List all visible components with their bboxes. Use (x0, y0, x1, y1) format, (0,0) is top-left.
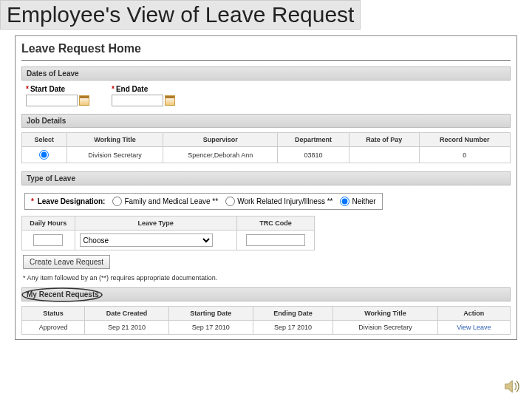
col-trc-code: TRC Code (236, 216, 315, 231)
end-date-input[interactable] (112, 95, 163, 106)
start-date-field: *Start Date (26, 85, 89, 106)
col-record-number: Record Number (419, 133, 510, 147)
calendar-icon[interactable] (165, 95, 175, 106)
col-department: Department (278, 133, 349, 147)
table-header-row: Select Working Title Supervisor Departme… (22, 133, 511, 147)
section-dates-of-leave: Dates of Leave (21, 66, 511, 81)
col-date-created: Date Created (85, 307, 168, 321)
end-date-label: *End Date (112, 85, 175, 93)
col-action: Action (437, 307, 510, 321)
required-star-icon: * (26, 85, 29, 93)
section-type-of-leave: Type of Leave (21, 171, 511, 185)
cell-record-number: 0 (419, 147, 510, 163)
leave-type-select[interactable]: Choose (80, 233, 213, 247)
col-daily-hours: Daily Hours (22, 216, 75, 231)
slide-title: Employee's View of Leave Request (0, 0, 361, 30)
app-panel: Leave Request Home Dates of Leave *Start… (15, 35, 517, 340)
col-starting-date: Starting Date (168, 307, 253, 321)
divider (21, 60, 511, 61)
cell-ending-date: Sep 17 2010 (253, 321, 332, 335)
table-header-row: Daily Hours Leave Type TRC Code (22, 216, 315, 231)
table-header-row: Status Date Created Starting Date Ending… (22, 307, 511, 321)
radio-fmla[interactable] (112, 197, 122, 206)
start-date-label: *Start Date (26, 85, 89, 93)
calendar-icon[interactable] (79, 95, 89, 106)
radio-work-injury[interactable] (225, 197, 235, 206)
cell-status: Approved (22, 321, 85, 335)
cell-working-title: Division Secretary (66, 147, 163, 163)
col-select: Select (22, 133, 67, 147)
required-star-icon: * (31, 197, 34, 205)
audio-speaker-icon[interactable] (504, 378, 523, 395)
leave-designation-label: * Leave Designation: (31, 197, 105, 205)
section-job-details: Job Details (21, 114, 511, 128)
col-supervisor: Supervisor (163, 133, 278, 147)
start-date-input[interactable] (26, 95, 78, 106)
radio-neither-label[interactable]: Neither (340, 197, 375, 206)
trc-code-input[interactable] (246, 234, 305, 246)
job-details-table: Select Working Title Supervisor Departme… (21, 132, 511, 163)
cell-date-created: Sep 21 2010 (85, 321, 168, 335)
job-select-radio[interactable] (39, 150, 49, 160)
col-working-title: Working Title (333, 307, 438, 321)
col-status: Status (22, 307, 85, 321)
section-my-recent-requests: My Recent Requests (21, 287, 511, 301)
radio-fmla-label[interactable]: Family and Medical Leave ** (112, 197, 218, 206)
required-star-icon: * (112, 85, 115, 93)
cell-supervisor: Spencer,Deborah Ann (163, 147, 278, 163)
recent-requests-table: Status Date Created Starting Date Ending… (21, 306, 511, 335)
col-leave-type: Leave Type (75, 216, 236, 231)
cell-rate-of-pay (349, 147, 419, 163)
col-rate-of-pay: Rate of Pay (349, 133, 419, 147)
daily-hours-input[interactable] (33, 234, 63, 246)
end-date-field: *End Date (112, 85, 175, 106)
cell-starting-date: Sep 17 2010 (168, 321, 253, 335)
leave-designation-group: * Leave Designation: Family and Medical … (24, 193, 383, 210)
col-working-title: Working Title (66, 133, 163, 147)
col-ending-date: Ending Date (253, 307, 332, 321)
radio-neither[interactable] (340, 197, 349, 206)
table-row: Approved Sep 21 2010 Sep 17 2010 Sep 17 … (22, 321, 511, 335)
page-title: Leave Request Home (21, 42, 511, 55)
documentation-footnote: * Any item followed by an (**) requires … (23, 274, 511, 282)
table-row: Choose (22, 231, 315, 250)
table-row: Division Secretary Spencer,Deborah Ann 0… (22, 147, 511, 163)
cell-working-title: Division Secretary (333, 321, 438, 335)
cell-department: 03810 (278, 147, 349, 163)
radio-work-injury-label[interactable]: Work Related Injury/Illness ** (225, 197, 332, 206)
leave-type-table: Daily Hours Leave Type TRC Code Choose (21, 216, 315, 250)
create-leave-request-button[interactable]: Create Leave Request (23, 255, 110, 269)
view-leave-link[interactable]: View Leave (457, 324, 491, 331)
